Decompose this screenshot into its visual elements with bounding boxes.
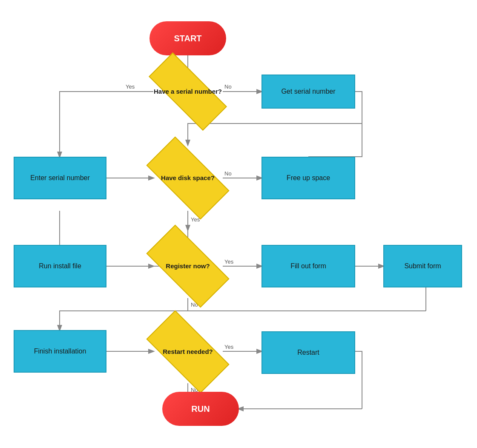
- flowchart: Yes No No Yes Yes No: [0, 0, 477, 448]
- flowchart-lines: Yes No No Yes Yes No: [0, 0, 477, 448]
- enter-serial-node: Enter serial number: [14, 157, 106, 199]
- finish-install-node: Finish installation: [14, 330, 106, 373]
- run-node: RUN: [162, 392, 239, 426]
- start-node: START: [149, 21, 226, 55]
- fill-form-node: Fill out form: [261, 245, 355, 287]
- register-now-node: Register now?: [149, 246, 226, 287]
- restart-needed-node: Restart needed?: [149, 331, 226, 372]
- yes-label-serial: Yes: [126, 83, 135, 90]
- have-serial-node: Have a serial number?: [149, 75, 226, 109]
- submit-form-node: Submit form: [383, 245, 462, 287]
- restart-node: Restart: [261, 331, 355, 374]
- have-disk-node: Have disk space?: [149, 158, 226, 198]
- free-space-node: Free up space: [261, 157, 355, 199]
- run-install-node: Run install file: [14, 245, 106, 287]
- get-serial-node: Get serial number: [261, 75, 355, 109]
